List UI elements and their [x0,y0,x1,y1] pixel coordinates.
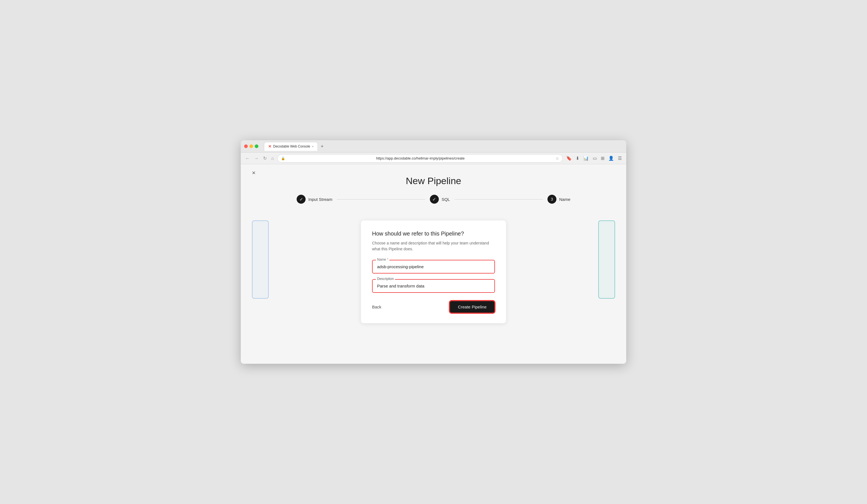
stats-icon[interactable]: 📊 [582,154,590,162]
name-field-container: Name * [372,260,495,274]
maximize-traffic-light[interactable] [255,144,258,148]
browser-window: ✕ Decodable Web Console × + ← → ↻ ⌂ 🔒 ht… [241,140,626,364]
dialog-footer: Back Create Pipeline [372,301,495,313]
forward-nav-button[interactable]: → [253,155,260,162]
sidebar-icon[interactable]: ▭ [592,154,598,162]
tab-bar: ✕ Decodable Web Console × + [264,142,325,151]
check-icon-1: ✓ [299,197,303,202]
step-line-1 [337,199,425,200]
page-header: × New Pipeline ✓ Input Stream ✓ SQL [241,164,626,215]
step-line-2 [454,199,543,200]
page-content: × New Pipeline ✓ Input Stream ✓ SQL [241,164,626,364]
step-label-2: SQL [442,197,450,202]
main-content: How should we refer to this Pipeline? Ch… [241,215,626,364]
tab-icon: ✕ [268,144,271,149]
tab-close-button[interactable]: × [312,145,314,148]
browser-actions: 🔖 ⬇ 📊 ▭ ⊞ 👤 ☰ [565,154,623,162]
step-input-stream: ✓ Input Stream [297,195,332,204]
step-indicator-1: ✓ [297,195,306,204]
page-title: New Pipeline [406,175,461,186]
check-icon-2: ✓ [432,197,436,202]
required-marker: * [386,258,388,261]
description-field-label: Description [376,277,395,281]
home-button[interactable]: ⌂ [270,155,275,162]
step-label-1: Input Stream [308,197,332,202]
page-close-button[interactable]: × [252,170,256,176]
name-field-wrapper: Name * [372,260,495,274]
new-tab-button[interactable]: + [319,144,325,149]
url-text: https://app.decodable.co/hellmar-imply/p… [287,156,553,160]
pocket-icon[interactable]: 🔖 [565,154,573,162]
back-nav-button[interactable]: ← [244,155,251,162]
menu-icon[interactable]: ☰ [617,154,623,162]
address-bar: ← → ↻ ⌂ 🔒 https://app.decodable.co/hellm… [241,152,626,164]
dialog-description: Choose a name and description that will … [372,240,495,252]
reload-button[interactable]: ↻ [262,154,268,162]
stepper: ✓ Input Stream ✓ SQL 3 [297,195,570,209]
step-label-3: Name [559,197,570,202]
minimize-traffic-light[interactable] [249,144,253,148]
description-field-container: Description [372,279,495,293]
bookmark-icon[interactable]: ☆ [556,156,559,161]
step-indicator-2: ✓ [430,195,439,204]
left-decoration [252,221,269,299]
description-field-wrapper: Description [372,279,495,293]
dialog-card: How should we refer to this Pipeline? Ch… [361,221,506,323]
name-input[interactable] [373,260,494,273]
right-decoration [598,221,615,299]
description-input[interactable] [373,280,494,292]
tab-label: Decodable Web Console [273,144,310,148]
create-pipeline-button[interactable]: Create Pipeline [449,301,495,313]
close-traffic-light[interactable] [244,144,248,148]
step-sql: ✓ SQL [430,195,450,204]
grid-icon[interactable]: ⊞ [600,154,606,162]
active-tab[interactable]: ✕ Decodable Web Console × [264,142,318,151]
dialog-title: How should we refer to this Pipeline? [372,230,495,237]
name-field-label: Name * [376,258,389,261]
download-icon[interactable]: ⬇ [575,154,580,162]
step-name: 3 Name [547,195,570,204]
url-bar[interactable]: 🔒 https://app.decodable.co/hellmar-imply… [277,154,563,163]
profile-icon[interactable]: 👤 [607,154,615,162]
back-button[interactable]: Back [372,302,381,311]
step-indicator-3: 3 [547,195,556,204]
step-number-3: 3 [551,197,553,202]
title-bar: ✕ Decodable Web Console × + [241,140,626,152]
lock-icon: 🔒 [281,157,285,160]
traffic-lights [244,144,258,148]
